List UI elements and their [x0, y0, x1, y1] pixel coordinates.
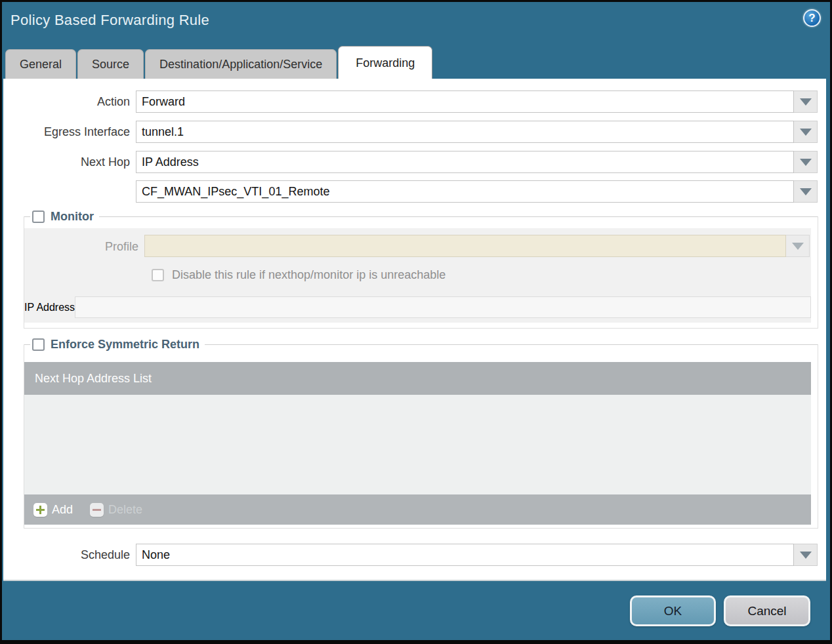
tab-forwarding[interactable]: Forwarding [338, 46, 432, 79]
next-hop-address-list-body [24, 395, 811, 494]
next-hop-type-dropdown-button[interactable] [794, 151, 818, 173]
egress-interface-dropdown-button[interactable] [794, 121, 818, 143]
disable-rule-row: Disable this rule if nexthop/monitor ip … [152, 267, 811, 283]
legend-line [99, 216, 818, 217]
minus-icon [90, 503, 104, 517]
plus-icon [33, 503, 47, 517]
legend-line [24, 344, 30, 345]
monitor-ip-label: IP Address [24, 296, 75, 318]
title-bar: Policy Based Forwarding Rule ? [2, 2, 830, 44]
tab-bar: General Source Destination/Application/S… [5, 46, 434, 79]
egress-interface-label: Egress Interface [3, 121, 136, 143]
next-hop-address-list-table: Next Hop Address List Add Delete [24, 362, 811, 525]
egress-interface-row: Egress Interface [3, 121, 818, 143]
action-label: Action [3, 91, 136, 113]
forwarding-tab-panel: Action Egress Interface Next Hop [3, 79, 826, 581]
schedule-input[interactable] [136, 544, 794, 566]
profile-input [144, 235, 786, 257]
tab-source[interactable]: Source [77, 49, 144, 79]
delete-button-label: Delete [108, 503, 142, 517]
action-row: Action [3, 91, 818, 113]
enforce-symmetric-return-label: Enforce Symmetric Return [51, 338, 205, 352]
add-button-label: Add [52, 503, 73, 517]
ok-button[interactable]: OK [630, 595, 716, 626]
tab-destination-application-service[interactable]: Destination/Application/Service [145, 49, 337, 79]
chevron-down-icon [800, 552, 812, 559]
enforce-symmetric-return-section: Enforce Symmetric Return Next Hop Addres… [24, 344, 818, 529]
schedule-label: Schedule [3, 544, 136, 566]
next-hop-row: Next Hop [3, 151, 818, 173]
next-hop-label: Next Hop [3, 151, 136, 173]
disable-rule-label: Disable this rule if nexthop/monitor ip … [172, 268, 446, 282]
chevron-down-icon [800, 129, 812, 136]
profile-dropdown-button [786, 235, 810, 257]
monitor-panel: Profile Disable this rule if nexthop/mon… [24, 228, 811, 323]
action-dropdown-button[interactable] [794, 91, 818, 113]
chevron-down-icon [800, 98, 812, 106]
dialog-title: Policy Based Forwarding Rule [10, 12, 209, 29]
egress-interface-input[interactable] [136, 121, 794, 143]
policy-based-forwarding-dialog: Policy Based Forwarding Rule ? General S… [2, 2, 830, 640]
add-button[interactable]: Add [33, 503, 73, 517]
chevron-down-icon [792, 243, 804, 250]
schedule-dropdown-button[interactable] [794, 544, 818, 566]
chevron-down-icon [800, 159, 812, 166]
next-hop-address-list-toolbar: Add Delete [24, 494, 811, 525]
profile-row: Profile [24, 235, 811, 258]
monitor-ip-row: IP Address [24, 296, 811, 318]
monitor-legend-label: Monitor [51, 210, 99, 224]
help-icon[interactable]: ? [803, 9, 821, 27]
delete-button: Delete [90, 503, 142, 517]
next-hop-address-input[interactable] [136, 180, 794, 203]
legend-line [24, 216, 30, 217]
schedule-row: Schedule [3, 544, 818, 566]
action-input[interactable] [136, 91, 794, 113]
empty-label-spacer [3, 180, 136, 203]
enforce-symmetric-return-checkbox[interactable] [32, 338, 45, 351]
cancel-button[interactable]: Cancel [724, 595, 810, 626]
disable-rule-checkbox [152, 269, 164, 281]
next-hop-address-row [3, 180, 818, 203]
next-hop-address-list-header: Next Hop Address List [24, 362, 811, 395]
next-hop-address-dropdown-button[interactable] [794, 180, 818, 203]
legend-line [205, 344, 818, 345]
tab-general[interactable]: General [5, 49, 76, 79]
monitor-section: Monitor Profile Disable this rule if nex… [24, 216, 818, 329]
next-hop-type-input[interactable] [136, 151, 794, 173]
monitor-ip-input [75, 296, 811, 318]
monitor-checkbox[interactable] [32, 211, 45, 223]
enforce-symmetric-return-legend: Enforce Symmetric Return [24, 336, 818, 352]
profile-label: Profile [24, 235, 144, 258]
monitor-legend: Monitor [24, 209, 818, 224]
chevron-down-icon [800, 188, 812, 195]
